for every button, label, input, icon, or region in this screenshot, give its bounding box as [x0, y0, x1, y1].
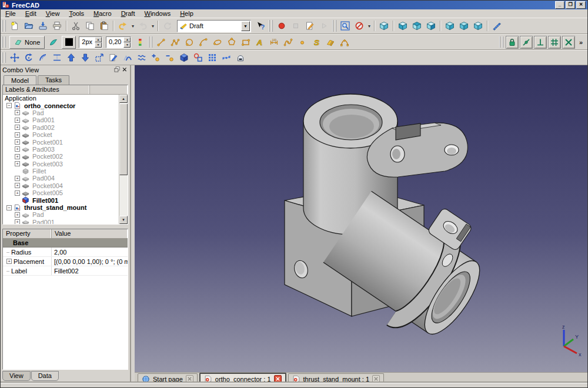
tree-item-pad[interactable]: +Pad — [4, 211, 118, 218]
tree-item-thrust_stand_mount[interactable]: −thrust_stand_mount — [4, 204, 118, 211]
tree-expander[interactable]: + — [15, 212, 20, 218]
toolbar-grip[interactable] — [2, 20, 6, 32]
tree-expander[interactable]: + — [15, 154, 20, 159]
tree-item-pocket[interactable]: +Pocket — [4, 131, 118, 138]
workbench-selector[interactable]: Draft▼ — [177, 20, 251, 32]
tree-scrollbar[interactable]: ▲ ▼ — [119, 95, 128, 224]
draft-circle-button[interactable] — [182, 35, 196, 49]
scroll-up-icon[interactable]: ▲ — [119, 95, 128, 103]
tree-expander[interactable]: + — [15, 183, 20, 188]
draft-shapestring-button[interactable]: S — [309, 35, 323, 49]
tree-expander[interactable]: + — [15, 125, 20, 130]
tree-expander[interactable]: + — [15, 219, 20, 224]
text-scale-spinbox[interactable]: 0,20▲▼ — [106, 36, 131, 48]
snap-near-button[interactable] — [562, 36, 575, 49]
measure-distance-button[interactable] — [490, 19, 504, 33]
redo-button[interactable] — [136, 19, 150, 33]
menu-file[interactable]: File — [1, 9, 21, 18]
scrollbar-thumb[interactable] — [119, 103, 128, 175]
minimize-button[interactable]: _ — [555, 1, 564, 9]
fit-all-button[interactable] — [338, 19, 352, 33]
line-width-spinbox[interactable]: 2px▲▼ — [79, 36, 102, 48]
property-expander[interactable]: + — [6, 259, 12, 264]
whats-this-button[interactable]: ? — [253, 19, 268, 33]
draft-to-sketch-button[interactable] — [191, 51, 205, 65]
view-top-button[interactable] — [410, 19, 424, 33]
toolbar-grip[interactable] — [2, 52, 6, 63]
3d-viewport[interactable]: z Y x — [135, 65, 587, 372]
tree-item-application[interactable]: Application — [4, 95, 118, 102]
view-rear-button[interactable] — [443, 19, 457, 33]
snap-perpendicular-button[interactable] — [534, 36, 547, 49]
draft-shape2dview-button[interactable] — [177, 51, 191, 65]
draw-style-button-dropdown[interactable]: ▾ — [366, 24, 372, 29]
scroll-down-icon[interactable]: ▼ — [119, 216, 128, 224]
tab-view[interactable]: View — [2, 371, 31, 381]
draft-upgrade-button[interactable] — [64, 51, 78, 65]
tree-header[interactable]: Labels & Attributes — [3, 85, 128, 95]
draft-arc-button[interactable] — [196, 35, 211, 49]
undo-button-dropdown[interactable]: ▾ — [130, 24, 136, 29]
tree-expander[interactable]: + — [15, 110, 20, 115]
draft-line-button[interactable] — [154, 35, 168, 49]
draft-trimex-button[interactable] — [50, 51, 64, 65]
close-tab-icon[interactable] — [372, 375, 380, 383]
macro-stop-button[interactable] — [289, 19, 303, 33]
line-color-swatch[interactable] — [62, 36, 76, 49]
tab-model[interactable]: Model — [4, 75, 36, 85]
menu-macro[interactable]: Macro — [89, 9, 116, 18]
panel-float-icon[interactable] — [113, 66, 121, 74]
draft-rotate-button[interactable] — [22, 51, 36, 65]
draft-edit-button[interactable] — [106, 51, 121, 65]
toolbar-grip[interactable] — [148, 36, 152, 48]
toolbar-grip[interactable] — [269, 20, 273, 32]
draft-path-array-button[interactable] — [219, 51, 233, 65]
tree-expander[interactable]: + — [15, 146, 20, 152]
open-document-button[interactable] — [22, 19, 36, 33]
tree-expander[interactable]: + — [15, 118, 20, 123]
undo-button[interactable] — [116, 19, 130, 33]
tree-expander[interactable]: − — [6, 205, 12, 210]
workbench-selector-arrow-icon[interactable]: ▼ — [241, 21, 250, 31]
part-model[interactable] — [135, 65, 587, 372]
toolbar-grip[interactable] — [499, 36, 503, 48]
text-scale-spinbox-up-icon[interactable]: ▲ — [123, 37, 131, 42]
draft-polygon-button[interactable] — [225, 35, 239, 49]
tree-item-pad001[interactable]: +Pad001 — [4, 219, 118, 224]
tree-expander[interactable]: + — [15, 190, 20, 196]
draft-split-button[interactable] — [135, 51, 149, 65]
toolbar-grip[interactable] — [2, 36, 6, 48]
draft-bezier-button[interactable] — [338, 35, 352, 49]
toolbar-overflow-chevron[interactable]: » — [579, 39, 583, 46]
draw-style-button[interactable] — [352, 19, 366, 33]
redo-button-dropdown[interactable]: ▾ — [150, 24, 156, 29]
draft-wire-button[interactable] — [168, 35, 182, 49]
snap-grid-button[interactable] — [548, 36, 561, 49]
draft-move-button[interactable] — [8, 51, 22, 65]
view-left-button[interactable] — [471, 19, 485, 33]
draft-dimension-button[interactable]: 100 — [267, 35, 281, 49]
menu-draft[interactable]: Draft — [116, 9, 140, 18]
tree-expander[interactable]: + — [15, 139, 20, 145]
cut-button[interactable] — [69, 19, 83, 33]
tab-data[interactable]: Data — [31, 371, 59, 381]
tree-item-pad002[interactable]: +Pad002 — [4, 124, 118, 131]
property-row-placement[interactable]: +Placement[(0,00 0,00 1,00); 0 °; (0 mm … — [3, 257, 128, 266]
tree-expander[interactable]: − — [6, 103, 12, 108]
tab-tasks[interactable]: Tasks — [38, 75, 69, 85]
tree-expander[interactable]: + — [15, 132, 20, 138]
menu-view[interactable]: View — [41, 9, 65, 18]
macro-execute-button[interactable] — [317, 19, 331, 33]
draft-array-button[interactable] — [205, 51, 219, 65]
draft-rectangle-button[interactable] — [239, 35, 253, 49]
text-scale-spinbox-down-icon[interactable]: ▼ — [123, 42, 131, 48]
menu-edit[interactable]: Edit — [21, 9, 41, 18]
macro-record-button[interactable] — [275, 19, 289, 33]
view-bottom-button[interactable] — [457, 19, 471, 33]
property-value[interactable]: 2,00 — [52, 247, 128, 256]
construction-mode-button[interactable] — [46, 35, 61, 49]
tree-item-fillet001[interactable]: Fillet001 — [4, 196, 118, 203]
property-group-base[interactable]: Base — [3, 239, 128, 247]
restore-button[interactable]: ❐ — [566, 1, 575, 9]
draft-add-point-button[interactable] — [149, 51, 163, 65]
